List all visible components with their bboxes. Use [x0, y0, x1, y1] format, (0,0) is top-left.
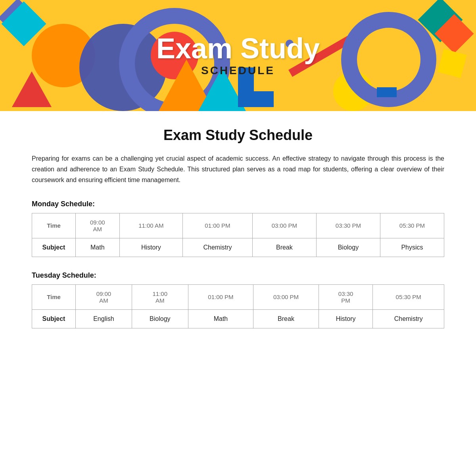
main-content: Exam Study Schedule Preparing for exams … [0, 111, 476, 359]
yellow-square-right-shape [438, 49, 466, 78]
monday-subject-3: Chemistry [183, 238, 253, 257]
tuesday-time-6: 05:30 PM [373, 284, 444, 309]
tuesday-subject-header: Subject [32, 309, 76, 328]
monday-schedule-section: Monday Schedule: Time 09:00AM 11:00 AM 0… [32, 200, 444, 257]
tuesday-subject-3: Math [188, 309, 253, 328]
tuesday-subject-1: English [76, 309, 132, 328]
header-subtitle: SCHEDULE [156, 64, 320, 77]
monday-time-3: 01:00 PM [183, 213, 253, 238]
monday-subject-header: Subject [32, 238, 76, 257]
tuesday-table: Time 09:00AM 11:00AM 01:00 PM 03:00 PM 0… [32, 284, 444, 328]
monday-subject-4: Break [252, 238, 316, 257]
header-banner: Exam Study SCHEDULE [0, 0, 476, 111]
intro-paragraph: Preparing for exams can be a challenging… [32, 153, 444, 186]
tuesday-time-header: Time [32, 284, 76, 309]
tuesday-schedule-section: Tuesday Schedule: Time 09:00AM 11:00AM 0… [32, 271, 444, 328]
tuesday-time-row: Time 09:00AM 11:00AM 01:00 PM 03:00 PM 0… [32, 284, 444, 309]
tuesday-time-1: 09:00AM [76, 284, 132, 309]
tuesday-time-4: 03:00 PM [253, 284, 319, 309]
tuesday-label: Tuesday Schedule: [32, 271, 444, 280]
tuesday-time-5: 03:30PM [319, 284, 373, 309]
tuesday-subject-4: Break [253, 309, 319, 328]
tuesday-subject-5: History [319, 309, 373, 328]
header-title-block: Exam Study SCHEDULE [156, 34, 320, 77]
monday-label: Monday Schedule: [32, 200, 444, 208]
header-main-title: Exam Study [156, 34, 320, 63]
monday-subject-1: Math [76, 238, 120, 257]
monday-time-5: 03:30 PM [316, 213, 380, 238]
monday-time-1: 09:00AM [76, 213, 120, 238]
monday-subject-5: Biology [316, 238, 380, 257]
monday-time-header: Time [32, 213, 76, 238]
monday-time-row: Time 09:00AM 11:00 AM 01:00 PM 03:00 PM … [32, 213, 444, 238]
monday-subject-6: Physics [380, 238, 444, 257]
tuesday-subject-row: Subject English Biology Math Break Histo… [32, 309, 444, 328]
page-title: Exam Study Schedule [32, 127, 444, 144]
tuesday-time-2: 11:00AM [132, 284, 188, 309]
tuesday-time-3: 01:00 PM [188, 284, 253, 309]
tuesday-subject-2: Biology [132, 309, 188, 328]
monday-subject-2: History [119, 238, 182, 257]
tuesday-subject-6: Chemistry [373, 309, 444, 328]
blue-small-shape [377, 87, 397, 97]
monday-time-2: 11:00 AM [119, 213, 182, 238]
monday-table: Time 09:00AM 11:00 AM 01:00 PM 03:00 PM … [32, 213, 444, 257]
monday-subject-row: Subject Math History Chemistry Break Bio… [32, 238, 444, 257]
monday-time-4: 03:00 PM [252, 213, 316, 238]
monday-time-6: 05:30 PM [380, 213, 444, 238]
